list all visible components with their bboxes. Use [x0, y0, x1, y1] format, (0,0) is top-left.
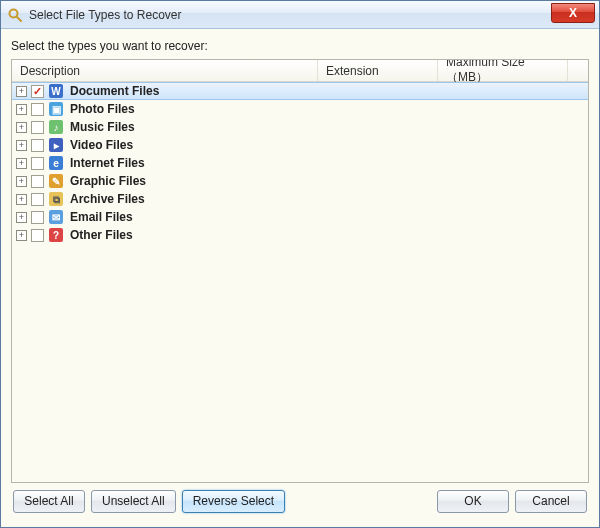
svg-text:♪: ♪ [54, 122, 59, 133]
file-type-label: Music Files [70, 120, 135, 134]
file-type-list: Description Extension Maximum Size（MB） +… [11, 59, 589, 483]
expand-toggle[interactable]: + [16, 194, 27, 205]
file-type-checkbox[interactable] [31, 157, 44, 170]
file-type-row[interactable]: +WDocument Files [12, 82, 588, 100]
close-icon: X [569, 6, 577, 20]
svg-text:W: W [51, 86, 61, 97]
archive-icon: ⧉ [48, 191, 64, 207]
file-type-label: Archive Files [70, 192, 145, 206]
document-icon: W [48, 83, 64, 99]
file-type-label: Photo Files [70, 102, 135, 116]
button-bar: Select All Unselect All Reverse Select O… [11, 483, 589, 519]
window-title: Select File Types to Recover [29, 8, 182, 22]
expand-toggle[interactable]: + [16, 176, 27, 187]
svg-text:▣: ▣ [52, 104, 61, 115]
close-button[interactable]: X [551, 3, 595, 23]
instruction-text: Select the types you want to recover: [11, 39, 589, 53]
file-type-label: Video Files [70, 138, 133, 152]
file-type-checkbox[interactable] [31, 121, 44, 134]
file-type-checkbox[interactable] [31, 193, 44, 206]
titlebar: Select File Types to Recover X [1, 1, 599, 29]
svg-text:▸: ▸ [53, 140, 60, 151]
svg-text:✉: ✉ [52, 212, 60, 223]
column-description[interactable]: Description [12, 60, 318, 81]
select-all-button[interactable]: Select All [13, 490, 85, 513]
svg-text:e: e [53, 158, 59, 169]
column-max-size[interactable]: Maximum Size（MB） [438, 60, 568, 81]
file-type-label: Document Files [70, 84, 159, 98]
expand-toggle[interactable]: + [16, 140, 27, 151]
graphic-icon: ✎ [48, 173, 64, 189]
dialog-window: Select File Types to Recover X Select th… [0, 0, 600, 528]
file-type-label: Graphic Files [70, 174, 146, 188]
email-icon: ✉ [48, 209, 64, 225]
file-type-row[interactable]: +▣Photo Files [12, 100, 588, 118]
list-header: Description Extension Maximum Size（MB） [12, 60, 588, 82]
video-icon: ▸ [48, 137, 64, 153]
list-body: +WDocument Files+▣Photo Files+♪Music Fil… [12, 82, 588, 482]
svg-text:✎: ✎ [52, 176, 60, 187]
unselect-all-button[interactable]: Unselect All [91, 490, 176, 513]
music-icon: ♪ [48, 119, 64, 135]
expand-toggle[interactable]: + [16, 86, 27, 97]
photo-icon: ▣ [48, 101, 64, 117]
file-type-label: Other Files [70, 228, 133, 242]
file-type-checkbox[interactable] [31, 211, 44, 224]
file-type-row[interactable]: +♪Music Files [12, 118, 588, 136]
internet-icon: e [48, 155, 64, 171]
file-type-checkbox[interactable] [31, 229, 44, 242]
cancel-button[interactable]: Cancel [515, 490, 587, 513]
app-icon [7, 7, 23, 23]
expand-toggle[interactable]: + [16, 122, 27, 133]
file-type-row[interactable]: +⧉Archive Files [12, 190, 588, 208]
file-type-row[interactable]: +✎Graphic Files [12, 172, 588, 190]
ok-button[interactable]: OK [437, 490, 509, 513]
file-type-row[interactable]: +▸Video Files [12, 136, 588, 154]
svg-line-1 [17, 17, 21, 21]
file-type-label: Email Files [70, 210, 133, 224]
expand-toggle[interactable]: + [16, 158, 27, 169]
content-area: Select the types you want to recover: De… [1, 29, 599, 527]
file-type-row[interactable]: +?Other Files [12, 226, 588, 244]
svg-text:?: ? [53, 230, 59, 241]
file-type-row[interactable]: +eInternet Files [12, 154, 588, 172]
column-spacer [568, 60, 588, 81]
file-type-label: Internet Files [70, 156, 145, 170]
file-type-checkbox[interactable] [31, 103, 44, 116]
expand-toggle[interactable]: + [16, 212, 27, 223]
file-type-checkbox[interactable] [31, 85, 44, 98]
expand-toggle[interactable]: + [16, 230, 27, 241]
column-extension[interactable]: Extension [318, 60, 438, 81]
svg-text:⧉: ⧉ [53, 194, 60, 205]
file-type-row[interactable]: +✉Email Files [12, 208, 588, 226]
expand-toggle[interactable]: + [16, 104, 27, 115]
file-type-checkbox[interactable] [31, 175, 44, 188]
other-icon: ? [48, 227, 64, 243]
reverse-select-button[interactable]: Reverse Select [182, 490, 285, 513]
file-type-checkbox[interactable] [31, 139, 44, 152]
